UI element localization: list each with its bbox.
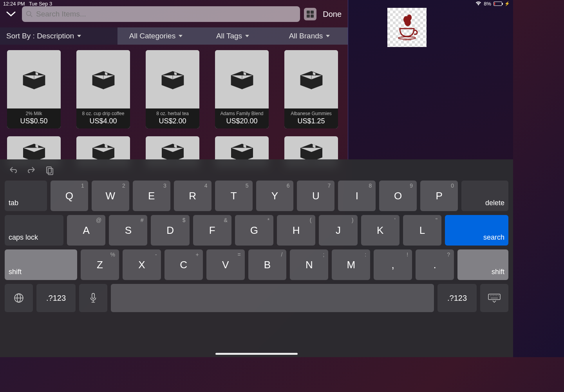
hide-keyboard-icon	[488, 293, 501, 303]
key-y[interactable]: 6Y	[256, 181, 294, 211]
search-box[interactable]	[22, 6, 300, 22]
product-card[interactable]: Albanese GummiesUS$1.25	[284, 50, 338, 128]
mic-icon	[89, 293, 98, 303]
clipboard-icon[interactable]	[45, 166, 54, 175]
product-price: US$1.25	[286, 117, 336, 125]
product-image	[76, 50, 130, 108]
chevron-down-icon	[326, 35, 330, 37]
globe-icon	[14, 293, 24, 303]
status-bar: 12:24 PM Tue Sep 3 8% ⚡	[0, 0, 513, 7]
on-screen-keyboard: tab1Q2W3E4R5T6Y7U8I9O0Pdelete caps lock@…	[0, 159, 513, 357]
key-p[interactable]: 0P	[420, 181, 458, 211]
svg-rect-13	[488, 294, 500, 300]
key-space[interactable]	[111, 284, 434, 312]
grid-view-button[interactable]	[304, 8, 316, 20]
key-m[interactable]: :M	[332, 249, 370, 280]
search-icon	[26, 11, 33, 18]
key-a[interactable]: @A	[67, 215, 105, 246]
key-h[interactable]: (H	[277, 215, 315, 246]
key-i[interactable]: 8I	[338, 181, 376, 211]
svg-rect-7	[47, 167, 51, 173]
key-j[interactable]: )J	[319, 215, 357, 246]
tags-dropdown[interactable]: All Tags	[194, 27, 271, 45]
key-globe[interactable]	[5, 284, 33, 312]
product-price: US$20.00	[217, 117, 267, 125]
key-shift-left[interactable]: shift	[5, 249, 77, 280]
brands-dropdown[interactable]: All Brands	[271, 27, 348, 45]
key-k[interactable]: 'K	[361, 215, 400, 246]
toolbar: Done	[0, 5, 348, 23]
collapse-button[interactable]	[4, 10, 18, 18]
product-card[interactable]: 2% MilkUS$0.50	[7, 50, 61, 128]
battery-icon	[494, 2, 502, 6]
product-card[interactable]: 8 oz. herbal teaUS$2.00	[146, 50, 199, 128]
key-s[interactable]: #S	[109, 215, 147, 246]
battery-percent: 8%	[484, 1, 491, 7]
svg-rect-12	[92, 293, 94, 298]
key-x[interactable]: -X	[123, 249, 161, 280]
key-q[interactable]: 1Q	[51, 181, 88, 211]
key-l[interactable]: "L	[403, 215, 441, 246]
home-indicator[interactable]	[215, 353, 298, 355]
svg-text:Coffee: Coffee	[403, 38, 411, 41]
key-search[interactable]: search	[445, 215, 508, 246]
key-r[interactable]: 4R	[174, 181, 212, 211]
product-card[interactable]: 8 oz. cup drip coffeeUS$4.00	[76, 50, 130, 128]
key-delete[interactable]: delete	[461, 181, 508, 211]
grid-icon	[307, 11, 314, 18]
key-f[interactable]: &F	[193, 215, 231, 246]
coffee-logo-icon: Coffee	[395, 14, 419, 41]
svg-point-4	[405, 18, 411, 26]
key-o[interactable]: 9O	[379, 181, 417, 211]
key-c[interactable]: +C	[164, 249, 203, 280]
key-shift-right[interactable]: shift	[457, 249, 508, 280]
key-t[interactable]: 5T	[215, 181, 253, 211]
key-hide-keyboard[interactable]	[480, 284, 508, 312]
product-name: Albanese Gummies	[286, 111, 336, 116]
chevron-down-icon	[77, 35, 81, 37]
key-capslock[interactable]: caps lock	[5, 215, 63, 246]
key-g[interactable]: *G	[235, 215, 273, 246]
done-button[interactable]: Done	[320, 10, 344, 19]
filter-bar: Sort By : Description All Categories All…	[0, 27, 348, 45]
product-image	[146, 50, 199, 108]
sort-label: Sort By : Description	[6, 32, 74, 40]
product-price: US$0.50	[9, 117, 59, 125]
product-price: US$2.00	[147, 117, 198, 125]
key-numbers-left[interactable]: .?123	[36, 284, 76, 312]
status-time: 12:24 PM	[3, 1, 25, 7]
sort-dropdown[interactable]: Sort By : Description	[0, 27, 118, 45]
product-image	[284, 50, 338, 108]
key-numbers-right[interactable]: .?123	[437, 284, 477, 312]
key-tab[interactable]: tab	[5, 181, 47, 211]
wifi-icon	[475, 2, 481, 6]
keyboard-toolbar	[3, 163, 510, 178]
product-image	[215, 50, 269, 108]
product-name: 8 oz. cup drip coffee	[78, 111, 128, 116]
brand-logo: Coffee	[387, 8, 427, 47]
key-,[interactable]: !,	[374, 249, 412, 280]
key-u[interactable]: 7U	[297, 181, 334, 211]
search-input[interactable]	[36, 10, 296, 18]
status-date: Tue Sep 3	[29, 1, 52, 7]
undo-icon[interactable]	[9, 166, 18, 175]
chevron-down-icon	[245, 35, 249, 37]
product-name: Adams Family Blend	[217, 111, 267, 116]
key-.[interactable]: ?.	[416, 249, 454, 280]
key-z[interactable]: %Z	[81, 249, 119, 280]
categories-label: All Categories	[129, 32, 175, 40]
charging-icon: ⚡	[504, 1, 510, 6]
svg-point-0	[27, 11, 31, 16]
key-w[interactable]: 2W	[92, 181, 129, 211]
key-n[interactable]: ;N	[290, 249, 328, 280]
key-v[interactable]: =V	[206, 249, 245, 280]
key-dictation[interactable]	[79, 284, 107, 312]
product-image	[7, 50, 61, 108]
key-b[interactable]: /B	[248, 249, 287, 280]
product-card[interactable]: Adams Family BlendUS$20.00	[215, 50, 269, 128]
key-d[interactable]: $D	[151, 215, 189, 246]
key-e[interactable]: 3E	[133, 181, 170, 211]
categories-dropdown[interactable]: All Categories	[118, 27, 194, 45]
brands-label: All Brands	[289, 32, 323, 40]
redo-icon[interactable]	[27, 166, 36, 175]
